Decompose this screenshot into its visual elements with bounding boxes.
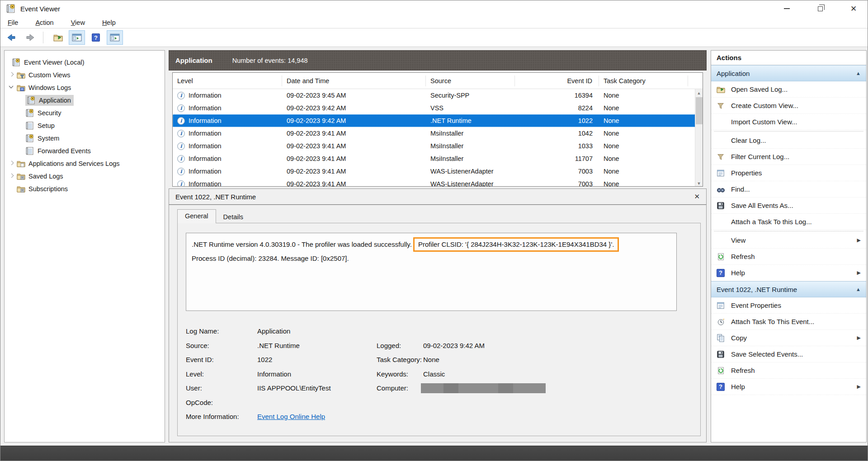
tree-item-system[interactable]: System xyxy=(5,132,165,145)
event-log-online-help-link[interactable]: Event Log Online Help xyxy=(257,413,325,420)
scroll-up-icon[interactable]: ▲ xyxy=(695,89,703,97)
action-help[interactable]: Help ▶ xyxy=(711,265,866,281)
find-icon xyxy=(717,185,725,193)
action-save-all-events-as[interactable]: Save All Events As... xyxy=(711,198,866,214)
tree-item-application[interactable]: Application xyxy=(5,94,165,107)
menu-file[interactable]: File xyxy=(2,18,24,28)
row-datetime: 09-02-2023 9:41 AM xyxy=(282,168,426,175)
back-button[interactable] xyxy=(3,30,19,45)
action-event-properties[interactable]: Event Properties xyxy=(711,297,866,314)
action-properties[interactable]: Properties xyxy=(711,165,866,181)
restore-button[interactable] xyxy=(810,2,830,15)
show-console-tree-button[interactable] xyxy=(69,30,85,45)
event-row-selected[interactable]: iInformation 09-02-2023 9:42 AM .NET Run… xyxy=(173,114,703,127)
column-header-datetime[interactable]: Date and Time xyxy=(282,75,426,86)
event-row[interactable]: iInformation 09-02-2023 9:41 AM MsiInsta… xyxy=(173,152,703,165)
log-icon xyxy=(25,134,34,142)
event-fields: Log Name: Application Source: .NET Runti… xyxy=(186,325,692,424)
row-event-id: 16394 xyxy=(515,92,599,99)
minimize-button[interactable] xyxy=(776,2,797,15)
menu-action[interactable]: Action xyxy=(30,18,59,28)
icon-spacer xyxy=(716,236,726,245)
actions-title: Actions xyxy=(711,51,866,65)
action-import-custom-view[interactable]: Import Custom View... xyxy=(711,114,866,130)
row-task-category: None xyxy=(599,155,688,162)
console-tree-icon xyxy=(72,33,82,42)
event-row[interactable]: iInformation 09-02-2023 9:41 AM MsiInsta… xyxy=(173,140,703,152)
tab-details[interactable]: Details xyxy=(216,211,250,223)
log-icon xyxy=(27,96,36,104)
properties-icon xyxy=(717,301,725,310)
action-refresh-event[interactable]: Refresh xyxy=(711,362,866,379)
forward-button[interactable] xyxy=(22,30,38,45)
actions-group-application[interactable]: Application ▲ xyxy=(711,65,866,81)
log-icon xyxy=(25,147,34,155)
action-filter-current-log[interactable]: Filter Current Log... xyxy=(711,149,866,165)
action-copy[interactable]: Copy ▶ xyxy=(711,330,866,346)
tree-item-security[interactable]: Security xyxy=(5,107,165,119)
menu-view[interactable]: View xyxy=(66,18,90,28)
action-find[interactable]: Find... xyxy=(711,181,866,198)
action-view[interactable]: View ▶ xyxy=(711,232,866,249)
event-row-partial[interactable]: iInformation 09-02-2023 9:41 AM WAS-List… xyxy=(173,178,703,187)
back-icon xyxy=(6,33,16,42)
tree-item-forwarded-events[interactable]: Forwarded Events xyxy=(5,145,165,157)
column-header-level[interactable]: Level xyxy=(173,75,282,86)
detail-tabs: General Details xyxy=(177,209,250,223)
action-refresh[interactable]: Refresh xyxy=(711,249,866,265)
tree-item-event-viewer-local[interactable]: Event Viewer (Local) xyxy=(5,56,165,69)
forward-icon xyxy=(25,33,35,42)
row-event-id: 11707 xyxy=(515,155,599,162)
tab-general[interactable]: General xyxy=(177,209,216,223)
row-event-id: 1033 xyxy=(515,142,599,150)
collapse-icon[interactable]: ▲ xyxy=(856,71,861,76)
action-create-custom-view[interactable]: Create Custom View... xyxy=(711,98,866,114)
event-row[interactable]: iInformation 09-02-2023 9:41 AM WAS-List… xyxy=(173,165,703,178)
help-toolbar-button[interactable] xyxy=(88,30,104,45)
column-header-source[interactable]: Source xyxy=(426,75,515,86)
tree-item-setup[interactable]: Setup xyxy=(5,119,165,132)
action-attach-task-to-log[interactable]: Attach a Task To this Log... xyxy=(711,214,866,230)
action-save-selected-events[interactable]: Save Selected Events... xyxy=(711,346,866,362)
tree-label: Windows Logs xyxy=(28,84,71,91)
properties-icon xyxy=(717,169,725,177)
scrollbar-thumb[interactable] xyxy=(696,97,703,124)
field-value-log-name: Application xyxy=(257,327,290,335)
restore-icon xyxy=(818,6,823,11)
row-datetime: 09-02-2023 9:41 AM xyxy=(282,155,426,162)
description-text-line2: Process ID (decimal): 23284. Message ID:… xyxy=(192,254,349,262)
field-label-user: User: xyxy=(186,384,202,392)
field-value-event-id: 1022 xyxy=(257,356,272,363)
action-open-saved-log[interactable]: Open Saved Log... xyxy=(711,81,866,98)
open-saved-log-button[interactable] xyxy=(50,30,66,45)
tree-item-custom-views[interactable]: Custom Views xyxy=(5,69,165,81)
event-list-scrollbar[interactable]: ▲ ▼ xyxy=(695,89,703,187)
preview-close-icon[interactable]: ✕ xyxy=(694,193,700,201)
event-row[interactable]: iInformation 09-02-2023 9:41 AM MsiInsta… xyxy=(173,127,703,140)
row-datetime: 09-02-2023 9:41 AM xyxy=(282,142,426,150)
column-header-task-category[interactable]: Task Category xyxy=(599,75,688,86)
event-description[interactable]: .NET Runtime version 4.0.30319.0 - The p… xyxy=(186,233,677,311)
tree-item-saved-logs[interactable]: Saved Logs xyxy=(5,170,165,183)
action-label: Refresh xyxy=(731,367,755,374)
show-action-pane-button[interactable] xyxy=(107,30,123,45)
event-list: Level Date and Time Source Event ID Task… xyxy=(172,72,703,187)
scroll-down-icon[interactable]: ▼ xyxy=(695,179,703,187)
close-button[interactable]: ✕ xyxy=(843,2,864,15)
menu-help[interactable]: Help xyxy=(97,18,121,28)
field-value-logged: 09-02-2023 9:42 AM xyxy=(423,342,485,349)
row-source: .NET Runtime xyxy=(426,117,515,124)
action-clear-log[interactable]: Clear Log... xyxy=(711,132,866,149)
action-help-event[interactable]: Help ▶ xyxy=(711,379,866,395)
tree-item-apps-services-logs[interactable]: Applications and Services Logs xyxy=(5,157,165,170)
event-row[interactable]: iInformation 09-02-2023 9:45 AM Security… xyxy=(173,89,703,102)
folder-page-icon xyxy=(16,160,25,168)
action-attach-task-to-event[interactable]: Attach Task To This Event... xyxy=(711,314,866,330)
event-row[interactable]: iInformation 09-02-2023 9:42 AM VSS 8224… xyxy=(173,102,703,114)
column-header-event-id[interactable]: Event ID xyxy=(515,75,599,86)
tree-item-subscriptions[interactable]: Subscriptions xyxy=(5,183,165,195)
actions-group-event[interactable]: Event 1022, .NET Runtime ▲ xyxy=(711,281,866,297)
tree-item-windows-logs[interactable]: Windows Logs xyxy=(5,81,165,94)
tree-selection-highlight: Application xyxy=(25,95,74,106)
collapse-icon[interactable]: ▲ xyxy=(856,287,861,292)
